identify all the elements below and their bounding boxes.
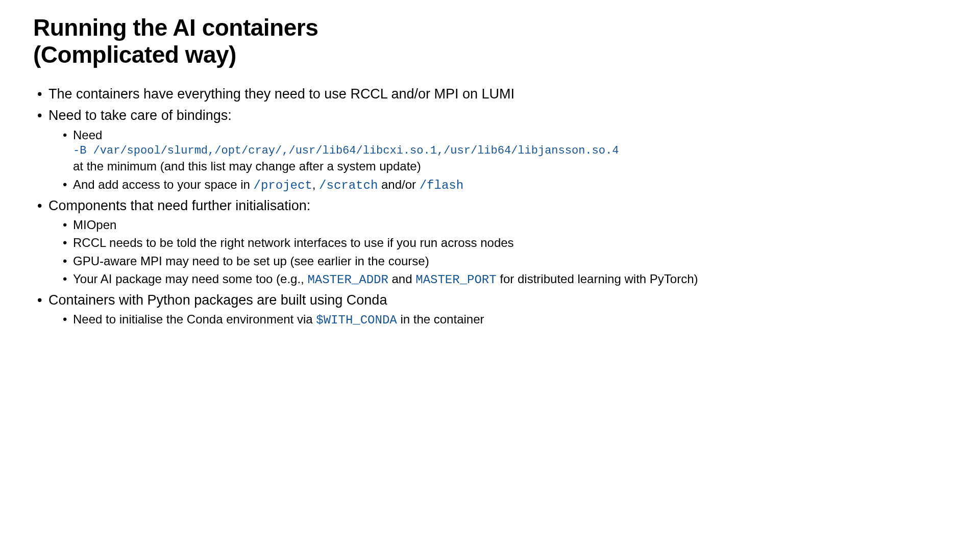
project-path: /project	[254, 179, 312, 192]
bullet-4-1-a: Need to initialise the Conda environment…	[73, 312, 316, 326]
bullet-1-text: The containers have everything they need…	[48, 86, 514, 102]
bullet-2-text: Need to take care of bindings:	[48, 108, 232, 123]
bullet-2-2-b: ,	[312, 178, 319, 191]
bullet-3-1-text: MIOpen	[73, 218, 116, 232]
with-conda-var: $WITH_CONDA	[316, 313, 397, 327]
bullet-3-3: GPU-aware MPI may need to be set up (see…	[59, 253, 702, 269]
title-line-1: Running the AI containers	[33, 14, 318, 41]
bullet-list: The containers have everything they need…	[33, 85, 702, 329]
bullet-4-1: Need to initialise the Conda environment…	[59, 311, 702, 328]
title-line-2: (Complicated way)	[33, 41, 236, 68]
bullet-3-4-c: for distributed learning with PyTorch)	[497, 272, 698, 286]
scratch-path: /scratch	[319, 179, 378, 192]
bullet-2-1-a: Need	[73, 128, 102, 142]
bullet-3-2: RCCL needs to be told the right network …	[59, 235, 702, 251]
bullet-3-text: Components that need further initialisat…	[48, 198, 310, 213]
bullet-2-sublist: Need -B /var/spool/slurmd,/opt/cray/,/us…	[48, 127, 702, 193]
slide-title: Running the AI containers (Complicated w…	[33, 14, 702, 68]
slide: Running the AI containers (Complicated w…	[0, 0, 735, 342]
bullet-3-4-a: Your AI package may need some too (e.g.,	[73, 272, 307, 286]
bullet-3: Components that need further initialisat…	[33, 196, 702, 288]
master-addr-var: MASTER_ADDR	[307, 273, 388, 287]
bullet-4-1-b: in the container	[397, 312, 484, 326]
bullet-4-sublist: Need to initialise the Conda environment…	[48, 311, 702, 328]
bullet-2-2-a: And add access to your space in	[73, 178, 254, 191]
bullet-3-4: Your AI package may need some too (e.g.,…	[59, 271, 702, 288]
bullet-2-1: Need -B /var/spool/slurmd,/opt/cray/,/us…	[59, 127, 702, 174]
bullet-2-1-code: -B /var/spool/slurmd,/opt/cray/,/usr/lib…	[73, 144, 702, 159]
bullet-2-1-b: at the minimum (and this list may change…	[73, 159, 421, 173]
bullet-3-2-text: RCCL needs to be told the right network …	[73, 236, 514, 249]
bullet-2-2: And add access to your space in /project…	[59, 177, 702, 193]
bullet-3-sublist: MIOpen RCCL needs to be told the right n…	[48, 217, 702, 288]
bullet-3-3-text: GPU-aware MPI may need to be set up (see…	[73, 254, 429, 268]
bullet-3-4-b: and	[388, 272, 415, 286]
flash-path: /flash	[420, 179, 463, 192]
bullet-2: Need to take care of bindings: Need -B /…	[33, 106, 702, 193]
master-port-var: MASTER_PORT	[415, 273, 496, 287]
bullet-4: Containers with Python packages are buil…	[33, 291, 702, 329]
bullet-3-1: MIOpen	[59, 217, 702, 233]
bullet-2-2-c: and/or	[378, 178, 419, 191]
bullet-4-text: Containers with Python packages are buil…	[48, 292, 387, 308]
bullet-1: The containers have everything they need…	[33, 85, 702, 103]
